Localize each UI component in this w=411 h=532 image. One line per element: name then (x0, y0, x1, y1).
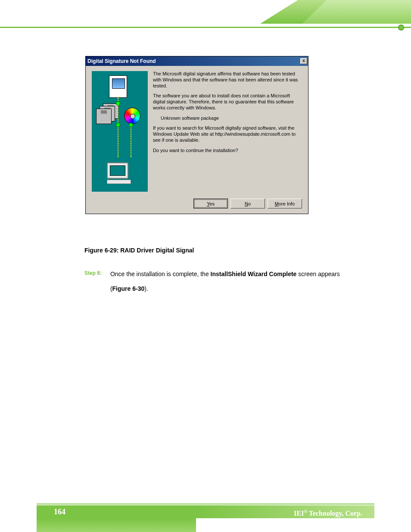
dialog-titlebar: Digital Signature Not Found X (86, 56, 308, 66)
dialog-para2: The software you are about to install do… (153, 93, 302, 111)
footer-rule (37, 504, 374, 504)
step-8-block: Step 8: Once the installation is complet… (84, 267, 352, 296)
node-dot-icon (116, 123, 120, 127)
yes-button[interactable]: Yes (193, 199, 228, 208)
node-dot-icon (129, 123, 133, 127)
dialog-text: The Microsoft digital signature affirms … (153, 71, 302, 192)
dialog-para3: If you want to search for Microsoft digi… (153, 125, 302, 143)
more-info-button[interactable]: More Info (268, 199, 302, 208)
company-name: IEI® Technology, Corp. (196, 505, 374, 518)
connector-line-icon (131, 123, 131, 157)
dialog-para4: Do you want to continue the installation… (153, 148, 302, 154)
dialog-title: Digital Signature Not Found (87, 58, 156, 64)
connector-line-icon (118, 97, 118, 157)
header-rule (0, 27, 411, 28)
footer-block-decoration (37, 518, 196, 532)
step-label: Step 8: (84, 267, 109, 280)
digital-signature-dialog: Digital Signature Not Found X The (85, 56, 308, 214)
dialog-para1: The Microsoft digital signature affirms … (153, 71, 302, 89)
cd-icon (124, 108, 140, 124)
step-body: Once the installation is complete, the I… (110, 267, 347, 296)
footer-bar: 164 IEI® Technology, Corp. (37, 505, 374, 518)
figure-reference: Figure 6-30 (112, 285, 145, 292)
page-header-decoration (0, 0, 411, 30)
dialog-illustration-panel (92, 71, 148, 192)
page-number: 164 (37, 505, 196, 518)
close-button[interactable]: X (300, 58, 307, 64)
dialog-body: The Microsoft digital signature affirms … (86, 66, 308, 196)
step-text: ). (144, 285, 148, 292)
no-button[interactable]: No (230, 199, 265, 208)
dialog-button-row: Yes No More Info (86, 196, 308, 214)
dialog-package-name: Unknown software package (153, 115, 302, 121)
node-dot-icon (116, 101, 120, 106)
header-dot-icon (398, 25, 404, 31)
step-bold: InstallShield Wizard Complete (211, 271, 297, 277)
document-icon (109, 75, 127, 98)
monitor-icon (107, 162, 131, 184)
page-footer: 164 IEI® Technology, Corp. (0, 503, 411, 532)
figure-caption: Figure 6-29: RAID Driver Digital Signal (84, 247, 194, 254)
floppy-stack-icon (96, 103, 118, 124)
step-text: Once the installation is complete, the (110, 271, 211, 277)
